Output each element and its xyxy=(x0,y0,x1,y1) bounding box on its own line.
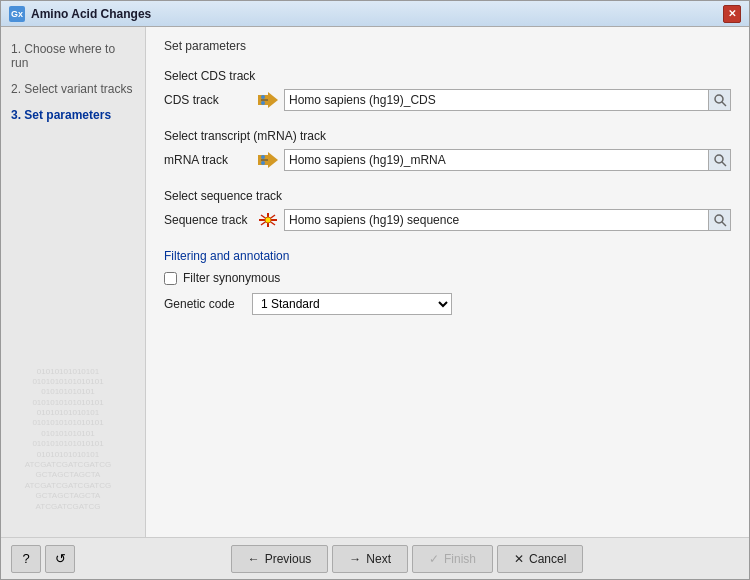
mrna-track-input[interactable] xyxy=(285,153,708,167)
next-label: Next xyxy=(366,552,391,566)
main-content: 1. Choose where to run 2. Select variant… xyxy=(1,27,749,537)
genetic-code-label: Genetic code xyxy=(164,297,244,311)
next-button[interactable]: → Next xyxy=(332,545,408,573)
svg-point-2 xyxy=(261,95,265,99)
cds-track-icon xyxy=(258,92,278,108)
annotation-section: Filtering and annotation Filter synonymo… xyxy=(164,249,731,315)
mrna-track-row: mRNA track xyxy=(164,149,731,171)
footer-left-buttons: ? ↺ xyxy=(11,545,75,573)
sequence-track-input[interactable] xyxy=(285,213,708,227)
watermark: 0101010101010101010101010101010101010101… xyxy=(1,362,145,517)
previous-arrow-icon: ← xyxy=(248,552,260,566)
svg-point-16 xyxy=(265,217,271,223)
next-arrow-icon: → xyxy=(349,552,361,566)
sequence-track-label: Sequence track xyxy=(164,213,254,227)
cds-track-input[interactable] xyxy=(285,93,708,107)
filter-synonymous-checkbox[interactable] xyxy=(164,272,177,285)
title-bar-left: Gx Amino Acid Changes xyxy=(9,6,151,22)
cds-track-row: CDS track xyxy=(164,89,731,111)
svg-point-4 xyxy=(715,95,723,103)
window-title: Amino Acid Changes xyxy=(31,7,151,21)
finish-label: Finish xyxy=(444,552,476,566)
close-button[interactable]: ✕ xyxy=(723,5,741,23)
sequence-section-label: Select sequence track xyxy=(164,189,731,203)
svg-point-17 xyxy=(715,215,723,223)
svg-line-18 xyxy=(722,222,726,226)
mrna-browse-button[interactable] xyxy=(708,150,730,170)
help-button[interactable]: ? xyxy=(11,545,41,573)
steps-list: 1. Choose where to run 2. Select variant… xyxy=(11,42,135,122)
mrna-track-section: Select transcript (mRNA) track mRNA trac… xyxy=(164,129,731,171)
mrna-track-input-container xyxy=(284,149,731,171)
sequence-browse-button[interactable] xyxy=(708,210,730,230)
previous-button[interactable]: ← Previous xyxy=(231,545,329,573)
cancel-label: Cancel xyxy=(529,552,566,566)
sidebar-step-3: 3. Set parameters xyxy=(11,108,135,122)
sequence-track-section: Select sequence track Sequence track xyxy=(164,189,731,231)
sequence-track-row: Sequence track xyxy=(164,209,731,231)
genetic-code-row: Genetic code 1 Standard 2 Vertebrate Mit… xyxy=(164,293,731,315)
finish-check-icon: ✓ xyxy=(429,552,439,566)
cancel-x-icon: ✕ xyxy=(514,552,524,566)
sequence-track-icon xyxy=(258,212,278,228)
genetic-code-select[interactable]: 1 Standard 2 Vertebrate Mitochondrial 3 … xyxy=(252,293,452,315)
svg-point-9 xyxy=(261,161,265,165)
footer-nav-buttons: ← Previous → Next ✓ Finish ✕ Cancel xyxy=(75,545,739,573)
main-window: Gx Amino Acid Changes ✕ 1. Choose where … xyxy=(0,0,750,580)
cds-section-label: Select CDS track xyxy=(164,69,731,83)
reset-button[interactable]: ↺ xyxy=(45,545,75,573)
cds-browse-button[interactable] xyxy=(708,90,730,110)
svg-point-3 xyxy=(261,101,265,105)
filter-synonymous-row: Filter synonymous xyxy=(164,271,731,285)
app-icon: Gx xyxy=(9,6,25,22)
sequence-track-input-container xyxy=(284,209,731,231)
cds-track-label: CDS track xyxy=(164,93,254,107)
title-bar: Gx Amino Acid Changes ✕ xyxy=(1,1,749,27)
cds-track-section: Select CDS track CDS track xyxy=(164,69,731,111)
svg-line-5 xyxy=(722,102,726,106)
cancel-button[interactable]: ✕ Cancel xyxy=(497,545,583,573)
footer: ? ↺ ← Previous → Next ✓ Finish ✕ Cancel xyxy=(1,537,749,579)
svg-line-11 xyxy=(722,162,726,166)
mrna-track-label: mRNA track xyxy=(164,153,254,167)
finish-button[interactable]: ✓ Finish xyxy=(412,545,493,573)
svg-point-10 xyxy=(715,155,723,163)
filter-synonymous-label[interactable]: Filter synonymous xyxy=(183,271,280,285)
mrna-track-icon xyxy=(258,152,278,168)
svg-point-8 xyxy=(261,155,265,159)
sidebar-step-2: 2. Select variant tracks xyxy=(11,82,135,96)
sidebar-step-1: 1. Choose where to run xyxy=(11,42,135,70)
section-title: Set parameters xyxy=(164,39,731,53)
cds-track-input-container xyxy=(284,89,731,111)
sidebar: 1. Choose where to run 2. Select variant… xyxy=(1,27,146,537)
content-area: Set parameters Select CDS track CDS trac… xyxy=(146,27,749,537)
annotation-title: Filtering and annotation xyxy=(164,249,731,263)
mrna-section-label: Select transcript (mRNA) track xyxy=(164,129,731,143)
previous-label: Previous xyxy=(265,552,312,566)
